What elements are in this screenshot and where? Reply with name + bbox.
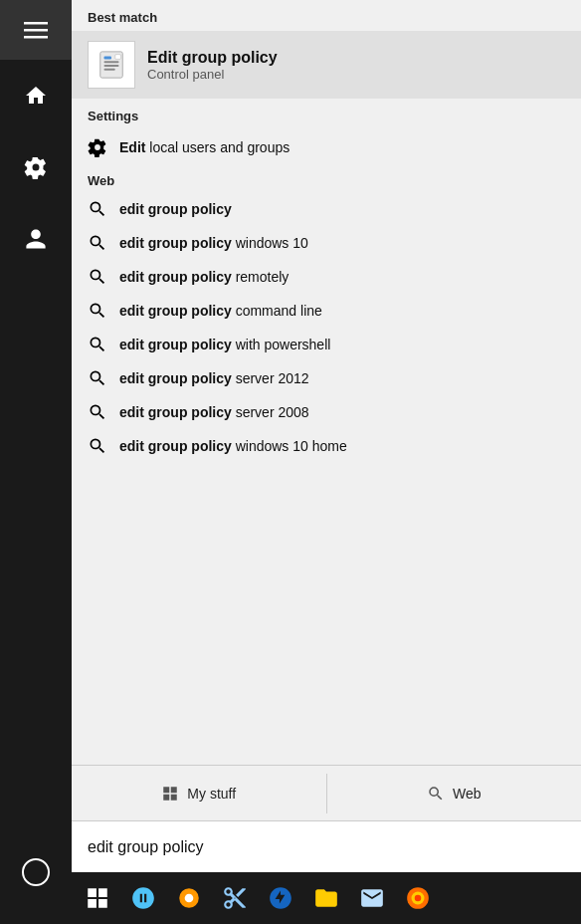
svg-point-13	[415, 895, 422, 902]
mystuff-label: My stuff	[187, 786, 236, 802]
mail-icon	[359, 885, 385, 911]
sidebar	[0, 0, 72, 924]
sidebar-item-home[interactable]	[0, 60, 72, 131]
sidebar-item-settings[interactable]	[0, 131, 72, 203]
web-label-2: edit group policy remotely	[119, 269, 289, 285]
store-icon	[130, 885, 156, 911]
taskbar-paint[interactable]	[167, 876, 211, 920]
results-scroll-area[interactable]: Best match Edit group policy Control pan…	[72, 0, 581, 765]
svg-rect-5	[104, 61, 119, 63]
web-item-0[interactable]: edit group policy	[72, 192, 581, 226]
web-label-3: edit group policy command line	[119, 303, 322, 319]
paint-icon	[176, 885, 202, 911]
svg-rect-1	[24, 29, 48, 32]
search-input[interactable]	[88, 838, 565, 856]
settings-bold: Edit	[119, 139, 145, 155]
web-label-6: edit group policy server 2008	[119, 404, 309, 420]
web-item-1[interactable]: edit group policy windows 10	[72, 226, 581, 260]
best-match-title: Edit group policy	[147, 49, 278, 67]
main-panel: Best match Edit group policy Control pan…	[72, 0, 581, 924]
taskbar-start[interactable]	[76, 876, 119, 920]
circle-icon	[22, 858, 50, 886]
settings-header: Settings	[72, 99, 581, 129]
sidebar-item-circle[interactable]	[0, 836, 72, 908]
best-match-text: Edit group policy Control panel	[147, 49, 278, 82]
taskbar-firefox[interactable]	[396, 876, 440, 920]
svg-rect-4	[104, 57, 112, 60]
web-item-7[interactable]: edit group policy windows 10 home	[72, 429, 581, 463]
web-item-6[interactable]: edit group policy server 2008	[72, 395, 581, 429]
taskbar-files[interactable]	[304, 876, 348, 920]
svg-rect-6	[104, 65, 119, 67]
windows-icon	[161, 785, 179, 803]
search-icon-7	[88, 436, 107, 456]
best-match-icon	[88, 41, 135, 89]
web-item-5[interactable]: edit group policy server 2012	[72, 361, 581, 395]
web-label-7: edit group policy windows 10 home	[119, 438, 347, 454]
sidebar-item-user[interactable]	[0, 203, 72, 275]
firefox-icon	[405, 885, 431, 911]
web-label-1: edit group policy windows 10	[119, 235, 308, 251]
search-icon-0	[88, 199, 107, 219]
settings-item[interactable]: Edit local users and groups	[72, 129, 581, 165]
search-icon-5	[88, 368, 107, 388]
svg-rect-7	[104, 69, 115, 71]
search-icon-6	[88, 402, 107, 422]
web-item-3[interactable]: edit group policy command line	[72, 294, 581, 328]
web-label-tab: Web	[453, 786, 482, 802]
web-item-2[interactable]: edit group policy remotely	[72, 260, 581, 294]
bottom-tab-mystuff[interactable]: My stuff	[72, 766, 326, 821]
web-search-icon	[427, 785, 445, 803]
best-match-header: Best match	[72, 0, 581, 31]
svg-point-10	[185, 894, 194, 903]
web-label-4: edit group policy with powershell	[119, 337, 330, 352]
settings-label: Edit local users and groups	[119, 139, 290, 155]
svg-rect-8	[115, 55, 121, 60]
search-icon-4	[88, 335, 107, 354]
svg-rect-2	[24, 36, 48, 39]
start-icon	[85, 885, 110, 911]
taskbar	[72, 872, 581, 924]
svg-rect-0	[24, 22, 48, 25]
settings-gear-icon	[88, 137, 107, 157]
web-item-4[interactable]: edit group policy with powershell	[72, 328, 581, 361]
search-bar	[72, 820, 581, 872]
search-icon-1	[88, 233, 107, 253]
web-label-5: edit group policy server 2012	[119, 370, 309, 386]
web-header: Web	[72, 165, 581, 192]
bottom-bar: My stuff Web	[72, 765, 581, 820]
taskbar-store[interactable]	[121, 876, 165, 920]
sidebar-item-hamburger[interactable]	[0, 0, 72, 60]
bottom-tab-web[interactable]: Web	[327, 766, 582, 821]
scissors-icon	[222, 885, 248, 911]
taskbar-scissors[interactable]	[213, 876, 257, 920]
search-icon-2	[88, 267, 107, 287]
search-icon-3	[88, 301, 107, 321]
best-match-subtitle: Control panel	[147, 67, 278, 82]
files-icon	[313, 885, 339, 911]
best-match-item[interactable]: Edit group policy Control panel	[72, 31, 581, 99]
edge-icon	[268, 885, 293, 911]
settings-rest: local users and groups	[145, 139, 290, 155]
taskbar-edge[interactable]	[259, 876, 302, 920]
web-label-0: edit group policy	[119, 201, 232, 217]
taskbar-mail[interactable]	[350, 876, 394, 920]
